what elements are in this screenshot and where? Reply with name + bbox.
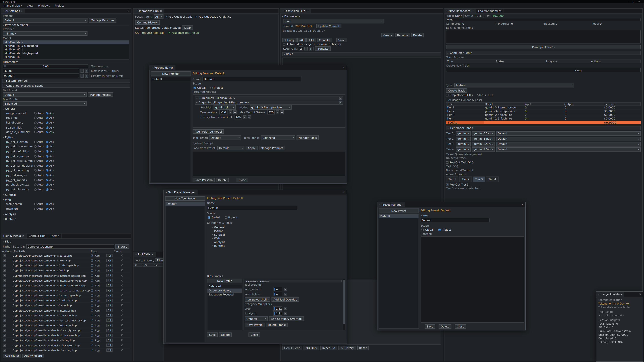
full-badge[interactable]: Full — [106, 274, 113, 277]
preset-name-input[interactable] — [207, 206, 297, 210]
agg-checkbox[interactable] — [91, 279, 93, 282]
increment-button[interactable]: + — [309, 47, 312, 50]
menu-item-view[interactable]: View — [25, 3, 35, 7]
auto-radio[interactable] — [34, 155, 36, 158]
persona-select[interactable]: Default▾ — [3, 18, 88, 23]
auto-radio[interactable] — [34, 164, 36, 167]
dialog-title-tab[interactable]: ▾ Preset Manager — [378, 202, 405, 207]
files-header[interactable]: ▾Files — [1, 240, 131, 244]
tab-context-hub[interactable]: Context Hub — [27, 233, 48, 238]
close-icon[interactable]: ✕ — [22, 235, 24, 237]
auto-radio[interactable] — [34, 184, 36, 186]
auto-radio[interactable] — [34, 121, 36, 124]
update-commit-button[interactable]: Update Commit — [316, 24, 342, 28]
remove-file-button[interactable]: x — [3, 264, 6, 267]
add-tool-override-button[interactable]: Add Tool Override — [272, 297, 299, 302]
tier-provider-select[interactable]: gemini▾ — [456, 136, 470, 141]
stream-tab-tier-2[interactable]: Tier 2 — [459, 176, 472, 182]
temperature-slider[interactable]: 0.00 — [3, 64, 88, 68]
delete-button[interactable]: Delete — [438, 324, 452, 329]
manage-tools-button[interactable]: Manage Tools — [297, 135, 319, 140]
agg-checkbox[interactable] — [91, 259, 93, 262]
project-radio[interactable] — [224, 216, 227, 219]
agg-checkbox[interactable] — [91, 334, 93, 337]
remove-file-button[interactable]: x — [3, 319, 6, 322]
panel-menu-icon[interactable]: ▾ — [21, 10, 22, 12]
add-wildcard-button[interactable]: Add Wildcard — [22, 354, 44, 358]
full-badge[interactable]: Full — [106, 349, 113, 352]
category-surgical[interactable]: ▸Surgical — [207, 233, 345, 237]
category-runtime[interactable]: ▸Runtime — [207, 244, 345, 248]
close-icon[interactable]: ✕ — [638, 0, 640, 3]
new-tool-preset-button[interactable]: New Tool Preset — [165, 196, 205, 201]
add-preferred-model-button[interactable]: Add Preferred Model — [193, 129, 224, 134]
truncate-button[interactable]: Truncate — [315, 46, 330, 51]
focus-agent-select[interactable]: All▾ — [154, 14, 164, 19]
dh-button-md-only[interactable]: MD Only — [304, 346, 319, 350]
tier-model-select[interactable]: gemini-3-flash-preview▾ — [472, 136, 495, 141]
full-badge[interactable]: Full — [106, 329, 113, 332]
pop-out-tier-checkbox[interactable] — [446, 184, 448, 186]
global-radio[interactable] — [422, 229, 424, 231]
decrement-button[interactable]: - — [80, 74, 84, 78]
full-badge[interactable]: Full — [106, 324, 113, 327]
auto-radio[interactable] — [34, 141, 36, 143]
preset-name-input[interactable] — [420, 218, 490, 222]
auto-radio[interactable] — [34, 112, 36, 114]
profile-item[interactable]: Discovery-Heavy — [208, 289, 242, 293]
ask-radio[interactable] — [46, 150, 49, 153]
auto-radio[interactable] — [34, 169, 36, 172]
agg-checkbox[interactable] — [91, 329, 93, 332]
comms-history-button[interactable]: Comms History — [135, 20, 160, 25]
maximize-icon[interactable]: ▢ — [632, 0, 634, 3]
clear-all-button[interactable]: Clear All — [317, 38, 332, 42]
delete-button[interactable]: Delete — [411, 33, 424, 37]
discussion-select[interactable]: main▾ — [283, 19, 384, 23]
pref-provider-select[interactable]: gemini_cli▾ — [214, 105, 236, 110]
persona-name-input[interactable] — [202, 77, 301, 81]
base-dir-input[interactable] — [26, 244, 114, 249]
dh-button--history[interactable]: -> History — [338, 346, 356, 350]
remove-file-button[interactable]: x — [3, 274, 6, 277]
tier-model-select[interactable]: gemini-3.1-pro-preview▾ — [472, 131, 495, 136]
dh-button-gen-send[interactable]: Gen + Send — [282, 346, 302, 350]
agg-checkbox[interactable] — [91, 349, 93, 352]
slider-handle[interactable] — [4, 65, 6, 67]
category-override-select[interactable]: General▾ — [245, 317, 268, 321]
close-button[interactable]: Close — [455, 324, 466, 329]
delete-button[interactable]: Delete — [219, 333, 232, 337]
profile-item[interactable]: Execution-Focused — [208, 293, 242, 297]
tier-model-select[interactable]: gemini-2.5-flash-lite▾ — [472, 147, 495, 152]
full-badge[interactable]: Full — [106, 259, 113, 262]
project-radio[interactable] — [438, 229, 440, 231]
preset-item[interactable]: Default — [379, 214, 418, 218]
decrement-button[interactable]: - — [80, 69, 84, 72]
epic-planning-textarea[interactable] — [446, 30, 641, 43]
save-profile-button[interactable]: Save Profile — [245, 323, 265, 327]
tab-theme[interactable]: Theme — [48, 233, 62, 238]
dialog-title-tab[interactable]: ▾ Tool Preset Manager — [164, 190, 198, 195]
ask-radio[interactable] — [46, 174, 49, 176]
ask-radio[interactable] — [46, 141, 49, 143]
track-name-input[interactable]: Name — [446, 68, 641, 72]
auto-radio[interactable] — [34, 174, 36, 176]
agg-checkbox[interactable] — [91, 344, 93, 347]
model-option[interactable]: MiniMax-M2.1 — [3, 48, 129, 52]
provider-select[interactable]: minimax▾ — [3, 31, 88, 36]
auto-radio[interactable] — [34, 117, 36, 119]
full-badge[interactable]: Full — [106, 309, 113, 312]
tier-preset-select[interactable]: Default▾ — [496, 131, 641, 136]
close-icon[interactable]: ✕ — [639, 293, 641, 296]
history-limit-input[interactable] — [3, 73, 79, 78]
auto-add-checkbox[interactable] — [283, 43, 286, 45]
full-badge[interactable]: Full — [106, 294, 113, 297]
increment-button[interactable]: + — [85, 69, 88, 72]
drag-handle-icon[interactable]: ≡ — [196, 97, 198, 99]
remove-file-button[interactable]: x — [3, 294, 6, 297]
decrement-button[interactable]: - — [229, 110, 232, 114]
weight-input[interactable]: 1.5x — [273, 306, 282, 311]
tab-tool-calls[interactable]: ▾ Tool Calls ✕ — [134, 252, 156, 257]
scrollbar-thumb[interactable] — [343, 280, 345, 324]
remove-weight-button[interactable]: x — [284, 307, 287, 310]
agg-checkbox[interactable] — [91, 324, 93, 327]
